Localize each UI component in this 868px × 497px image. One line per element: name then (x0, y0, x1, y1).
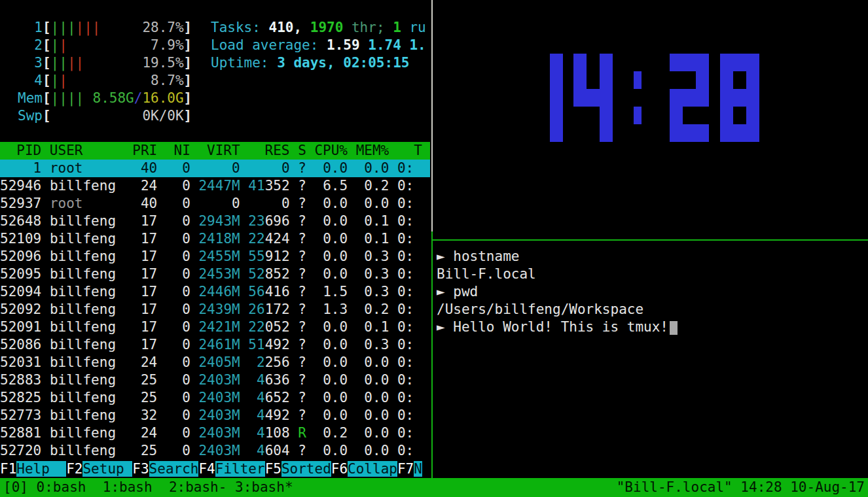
cpu-mem-time-cells: 0.0 0.3 0: (306, 337, 422, 352)
process-row[interactable]: 52092 billfeng 17 0 2439M 26172 ? 1.3 0.… (0, 301, 430, 318)
clock-cell (573, 89, 587, 107)
htop-pane[interactable]: 1[||||||28.7%] 2[||7.9%] 3[||||19.5%] 4[… (0, 0, 430, 478)
user-cell: billfeng (50, 390, 124, 405)
fkey-number: F2 (66, 461, 82, 477)
gap (41, 160, 50, 176)
process-row[interactable]: 52937 root 40 0 0 0 ? 0.0 0.0 0: (0, 195, 430, 213)
meter-close-bracket: ] (184, 37, 192, 54)
fkey-label: Filter (215, 461, 265, 477)
state-cell: ? (290, 248, 306, 264)
clock-digit (573, 54, 613, 142)
fkey-f7-button[interactable]: F7N (397, 460, 422, 478)
process-row[interactable]: 52648 billfeng 17 0 2943M 23696 ? 0.0 0.… (0, 213, 430, 230)
process-row[interactable]: 52109 billfeng 17 0 2418M 22424 ? 0.0 0.… (0, 230, 430, 248)
pid-cell: 52881 (0, 425, 41, 441)
fkey-f2-button[interactable]: F2Setup (66, 460, 132, 478)
tasks-segment: 1970 (310, 20, 352, 35)
meter-label: 1 (18, 19, 43, 37)
pri-ni-cells: 25 0 (124, 372, 199, 388)
window-item-0[interactable]: 0:bash (37, 479, 103, 495)
command-text: Hello World! This is tmux! (453, 319, 668, 335)
process-row[interactable]: 52095 billfeng 17 0 2453M 52852 ? 0.0 0.… (0, 266, 430, 283)
process-row[interactable]: 52825 billfeng 25 0 2403M 4652 ? 0.0 0.0… (0, 389, 430, 407)
fkey-f3-button[interactable]: F3Search (132, 460, 198, 478)
meter-bar-area: ||7.9% (51, 37, 184, 54)
fkey-number: F1 (0, 461, 16, 477)
pri-ni-cells: 25 0 (124, 443, 199, 458)
cpu-mem-time-cells: 0.0 0.1 0: (306, 319, 422, 335)
function-key-bar: F1Help F2Setup F3SearchF4FilterF5SortedF… (0, 460, 430, 478)
clock-cell (573, 54, 587, 71)
window-item-3[interactable]: 3:bash* (235, 479, 293, 495)
clock-cell (683, 54, 696, 71)
window-item-2[interactable]: 2:bash- (169, 479, 235, 495)
clock-cell (746, 107, 759, 124)
meter-green-bars: |||| (51, 90, 84, 106)
gap (41, 337, 50, 352)
virt-cell: 2405M (198, 354, 240, 370)
fkey-f1-button[interactable]: F1Help (0, 460, 66, 478)
meter-open-bracket: [ (43, 54, 51, 72)
res-cell-hi: 51 (240, 337, 265, 352)
gap (41, 213, 50, 229)
terminal-pane[interactable]: ► hostnameBill-F.local► pwd/Users/billfe… (433, 240, 868, 478)
cpu-mem-time-cells: 0.0 0.0 0: (306, 372, 422, 388)
load-segment: 1. (409, 37, 425, 53)
cpu-mem-time-cells: 0.0 0.0 0: (306, 160, 422, 176)
res-cell-lo: 0 (281, 196, 290, 211)
fkey-f5-button[interactable]: F5Sorted (265, 460, 331, 478)
clock-colon-dot (634, 107, 642, 124)
user-cell: billfeng (50, 231, 124, 247)
res-cell-hi (240, 160, 281, 176)
fkey-f4-button[interactable]: F4Filter (198, 460, 264, 478)
meter-green-bars: || (51, 55, 67, 71)
pane-border-vertical[interactable] (431, 0, 433, 231)
terminal-output-line: /Users/billfeng/Workspace (437, 301, 868, 318)
pri-ni-cells: 17 0 (124, 301, 199, 317)
state-cell: R (290, 425, 306, 441)
meter-green-bars: ||| (51, 20, 76, 35)
clock-cell (670, 107, 683, 124)
pri-ni-cells: 17 0 (124, 231, 199, 247)
gap (41, 425, 50, 441)
fkey-number: F7 (397, 461, 414, 477)
process-row[interactable]: 52946 billfeng 24 0 2447M 41352 ? 6.5 0.… (0, 177, 430, 195)
process-row[interactable]: 52773 billfeng 32 0 2403M 4492 ? 0.0 0.0… (0, 407, 430, 424)
process-table-header-text: PID USER PRI NI VIRT RES S CPU% MEM% T (0, 143, 422, 158)
cpu-mem-time-cells: 1.5 0.3 0: (306, 284, 422, 300)
process-row[interactable]: 52094 billfeng 17 0 2446M 56416 ? 1.5 0.… (0, 283, 430, 301)
res-cell-lo: 696 (265, 213, 290, 229)
terminal-command-line: ► Hello World! This is tmux! (437, 318, 868, 336)
process-row[interactable]: 52881 billfeng 24 0 2403M 4108 R 0.2 0.0… (0, 424, 430, 442)
clock-colon-dot (634, 71, 642, 89)
process-row[interactable]: 52091 billfeng 17 0 2421M 22052 ? 0.0 0.… (0, 318, 430, 336)
process-row[interactable]: 52086 billfeng 17 0 2461M 51492 ? 0.0 0.… (0, 336, 430, 354)
clock-cell (573, 71, 587, 89)
pri-ni-cells: 17 0 (124, 213, 199, 229)
process-table-header[interactable]: PID USER PRI NI VIRT RES S CPU% MEM% T (0, 142, 430, 160)
clock-cell (600, 71, 613, 89)
fkey-number: F4 (198, 461, 215, 477)
cpu-mem-time-cells: 0.0 0.0 0: (306, 390, 422, 405)
clock-cell (670, 124, 683, 142)
fkey-number: F3 (132, 461, 149, 477)
meter-label: Swp (18, 107, 43, 125)
virt-cell: 2403M (198, 407, 240, 423)
pane-border-horizontal-active[interactable] (433, 239, 868, 241)
clock-pane[interactable] (433, 0, 868, 239)
fkey-label: Search (149, 461, 199, 477)
fkey-f6-button[interactable]: F6Collap (331, 460, 397, 478)
state-cell: ? (290, 213, 306, 229)
uptime-line: Uptime: 3 days, 02:05:15 (211, 54, 426, 72)
process-row[interactable]: 52883 billfeng 25 0 2403M 4636 ? 0.0 0.0… (0, 371, 430, 389)
process-row[interactable]: 52720 billfeng 25 0 2403M 4604 ? 0.0 0.0… (0, 442, 430, 460)
process-row[interactable]: 52031 billfeng 24 0 2405M 2256 ? 0.0 0.0… (0, 354, 430, 371)
meter-value: 28.7% (142, 19, 183, 37)
window-item-1[interactable]: 1:bash (103, 479, 169, 495)
process-row[interactable]: 52096 billfeng 17 0 2455M 55912 ? 0.0 0.… (0, 248, 430, 266)
uptime-segment: Uptime: (211, 55, 277, 71)
process-row[interactable]: 1 root 40 0 0 0 ? 0.0 0.0 0: (0, 160, 430, 177)
gap (41, 284, 50, 300)
gap (41, 354, 50, 370)
pane-border-vertical-active[interactable] (431, 231, 433, 478)
